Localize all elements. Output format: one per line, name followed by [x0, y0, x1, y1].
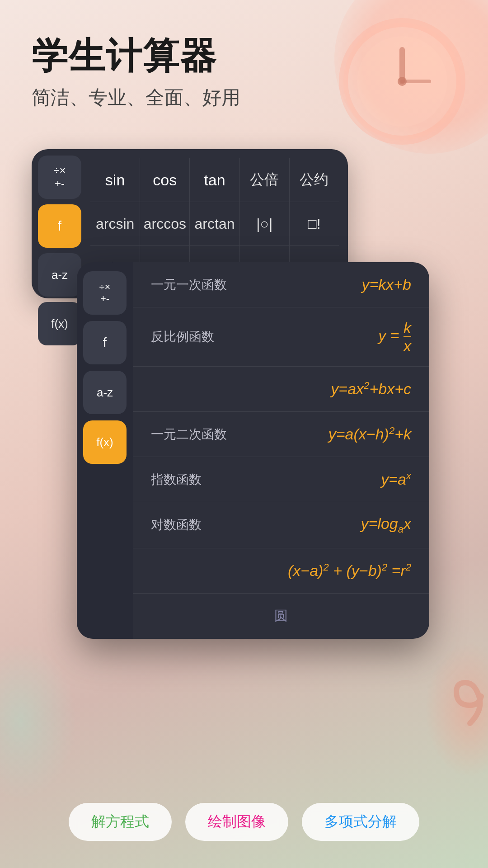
formula-fx-button[interactable]: f(x) — [83, 420, 127, 464]
clock-decoration — [334, 14, 470, 149]
formula-row-circle1[interactable]: (x−a)2 + (y−b)2 =r2 — [133, 548, 429, 594]
solve-tag[interactable]: 解方程式 — [69, 803, 172, 841]
header: 学生计算器 简洁、专业、全面、好用 — [32, 36, 240, 110]
formula-name-linear: 一元一次函数 — [151, 276, 241, 293]
func-button[interactable]: f — [38, 204, 81, 248]
arccos-button[interactable]: arccos — [140, 202, 190, 245]
formula-list: 一元一次函数 y=kx+b 反比例函数 y = k x y=ax2+bx+c 一… — [133, 262, 429, 639]
cos-button[interactable]: cos — [140, 158, 190, 202]
formula-ops-button[interactable]: ÷×+- — [83, 271, 127, 315]
calc-row-trig: sin cos tan 公倍 公约 — [90, 158, 339, 202]
formula-expr-linear: y=kx+b — [241, 276, 411, 293]
fraction-k-x: k x — [404, 320, 411, 354]
abs-button[interactable]: |○| — [240, 202, 290, 245]
formula-expr-inverse: y = k x — [241, 320, 411, 354]
formula-vars-button[interactable]: a-z — [83, 371, 127, 414]
vars-button[interactable]: a-z — [38, 253, 81, 297]
calc-row-arc: arcsin arccos arctan |○| □! — [90, 202, 339, 246]
app-subtitle: 简洁、专业、全面、好用 — [32, 85, 240, 110]
formula-expr-circle1: (x−a)2 + (y−b)2 =r2 — [241, 561, 411, 580]
lcm-button[interactable]: 公倍 — [240, 158, 290, 202]
tan-button[interactable]: tan — [190, 158, 239, 202]
formula-row-circle-label[interactable]: 圆 — [133, 594, 429, 639]
formula-card: ÷×+- f a-z f(x) 一元一次函数 y=kx+b 反比例函数 y = … — [77, 262, 429, 639]
app-title: 学生计算器 — [32, 36, 240, 76]
arctan-button[interactable]: arctan — [190, 202, 239, 245]
formula-row-quad1[interactable]: y=ax2+bx+c — [133, 367, 429, 412]
formula-expr-exp: y=ax — [241, 470, 411, 488]
factor-tag[interactable]: 多项式分解 — [302, 803, 419, 841]
fact-button[interactable]: □! — [290, 202, 339, 245]
formula-expr-quad1: y=ax2+bx+c — [241, 380, 411, 398]
formula-func-button[interactable]: f — [83, 321, 127, 364]
formula-row-inverse[interactable]: 反比例函数 y = k x — [133, 307, 429, 367]
formula-expr-quad2: y=a(x−h)2+k — [241, 425, 411, 443]
formula-row-quad2[interactable]: 一元二次函数 y=a(x−h)2+k — [133, 412, 429, 457]
formula-name-quad2: 一元二次函数 — [151, 426, 241, 443]
formula-name-exp: 指数函数 — [151, 471, 241, 488]
ops-button[interactable]: ÷×+- — [38, 156, 81, 199]
sin-button[interactable]: sin — [90, 158, 140, 202]
graph-tag[interactable]: 绘制图像 — [185, 803, 288, 841]
fx-button[interactable]: f(x) — [38, 302, 81, 345]
formula-name-inverse: 反比例函数 — [151, 328, 241, 345]
bottom-tags: 解方程式 绘制图像 多项式分解 — [0, 803, 488, 841]
svg-point-4 — [398, 77, 407, 86]
gcd-button[interactable]: 公约 — [290, 158, 339, 202]
bg-blob-bottom-left — [0, 642, 77, 800]
swirl-decoration — [443, 642, 488, 732]
formula-row-log[interactable]: 对数函数 y=logax — [133, 502, 429, 548]
formula-row-linear[interactable]: 一元一次函数 y=kx+b — [133, 262, 429, 307]
formula-name-circle: 圆 — [151, 607, 411, 625]
formula-row-exp[interactable]: 指数函数 y=ax — [133, 457, 429, 502]
formula-expr-log: y=logax — [241, 515, 411, 535]
arcsin-button[interactable]: arcsin — [90, 202, 140, 245]
formula-name-log: 对数函数 — [151, 516, 241, 533]
